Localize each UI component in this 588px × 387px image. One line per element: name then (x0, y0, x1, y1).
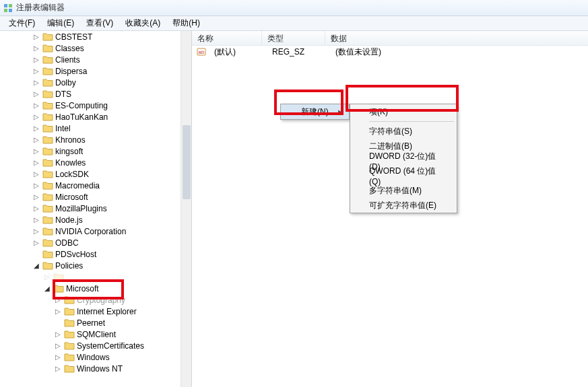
expand-icon[interactable]: ▷ (32, 56, 40, 63)
folder-icon (42, 238, 53, 248)
tree-node[interactable]: ▷ES-Computing (0, 100, 186, 111)
value-name: (默认) (209, 46, 267, 58)
expand-icon[interactable]: ▷ (32, 205, 40, 212)
tree-node[interactable]: ▷kingsoft (0, 145, 186, 157)
menu-file[interactable]: 文件(F) (3, 16, 41, 30)
tree-node[interactable]: Peernet (0, 317, 186, 328)
submenu-item-string[interactable]: 字符串值(S) (350, 124, 457, 139)
tree-node[interactable]: ▷Dolby (0, 77, 186, 88)
tree-node[interactable]: ▷HaoTuKanKan (0, 111, 186, 122)
tree-node[interactable]: ▷CBSTEST (0, 31, 186, 42)
expand-icon[interactable]: ▷ (32, 182, 40, 189)
tree-node[interactable]: ▷Dispersa (0, 65, 186, 77)
tree-node[interactable]: ▷ (0, 271, 186, 283)
tree-node[interactable]: ▷DTS (0, 88, 186, 100)
expand-icon[interactable]: ▷ (32, 90, 40, 98)
expand-icon[interactable]: ▷ (32, 159, 40, 166)
expand-icon[interactable]: ▷ (32, 102, 40, 109)
expand-icon[interactable]: ▷ (43, 273, 51, 281)
expand-icon[interactable]: ▷ (32, 33, 40, 40)
tree-node[interactable]: ▷ODBC (0, 237, 186, 248)
folder-icon (42, 32, 53, 42)
expand-icon[interactable]: ▷ (32, 67, 40, 75)
expand-icon[interactable]: ▷ (54, 296, 62, 304)
submenu-separator (369, 121, 454, 122)
tree-node[interactable]: ▷LockSDK (0, 168, 186, 180)
folder-icon (42, 67, 53, 76)
menu-view[interactable]: 查看(V) (80, 16, 119, 30)
expand-icon[interactable]: ▷ (54, 308, 62, 315)
tree-node[interactable]: ▷Windows NT (0, 363, 186, 374)
tree-node[interactable]: ▷Knowles (0, 157, 186, 168)
submenu-item-qword[interactable]: QWORD (64 位)值(Q) (350, 168, 457, 183)
value-row-default[interactable]: ab (默认) REG_SZ (数值未设置) (192, 46, 588, 58)
folder-icon (42, 158, 53, 168)
expand-icon[interactable]: ▷ (32, 227, 40, 235)
col-data[interactable]: 数据 (325, 31, 588, 45)
tree-node[interactable]: ◢Policies (0, 260, 186, 271)
tree-node[interactable]: ▷Intel (0, 122, 186, 134)
submenu-item-multistring[interactable]: 多字符串值(M) (350, 183, 457, 198)
collapse-icon[interactable]: ◢ (43, 285, 51, 292)
menu-favorites[interactable]: 收藏夹(A) (119, 16, 166, 30)
values-pane: 名称 类型 数据 ab (默认) REG_SZ (数值未设置) 新建(N) ▶ … (192, 31, 588, 387)
expand-icon[interactable]: ▷ (54, 353, 62, 361)
tree-node[interactable]: ▷Khronos (0, 134, 186, 145)
tree-node-label: Intel (55, 124, 71, 133)
submenu-item-key[interactable]: 项(K) (350, 104, 457, 119)
tree-node[interactable]: ▷Node.js (0, 214, 186, 225)
expand-icon[interactable]: ▷ (32, 170, 40, 178)
menu-edit[interactable]: 编辑(E) (41, 16, 80, 30)
folder-icon (64, 341, 75, 351)
tree-node[interactable]: ▷MozillaPlugins (0, 203, 186, 214)
folder-icon (42, 147, 53, 156)
tree-node[interactable]: ▷SystemCertificates (0, 340, 186, 351)
expand-icon[interactable]: ▷ (32, 239, 40, 246)
tree-node[interactable]: ▷Microsoft (0, 191, 186, 203)
tree-node[interactable]: ▷Clients (0, 54, 186, 65)
expand-icon[interactable]: ▷ (54, 330, 62, 338)
tree-node[interactable]: ◢Microsoft (0, 283, 186, 294)
registry-tree[interactable]: ▷CBSTEST▷Classes▷Clients▷Dispersa▷Dolby▷… (0, 31, 186, 387)
scrollbar-thumb[interactable] (183, 125, 191, 199)
context-item-new[interactable]: 新建(N) ▶ (281, 104, 349, 119)
col-name[interactable]: 名称 (192, 31, 262, 45)
svg-rect-1 (9, 4, 12, 7)
folder-icon (42, 101, 53, 110)
tree-node[interactable]: ▷NVIDIA Corporation (0, 225, 186, 237)
tree-node[interactable]: ▷Cryptography (0, 294, 186, 306)
tree-node-label: Peernet (77, 318, 105, 328)
expand-icon[interactable]: ▷ (32, 193, 40, 201)
tree-pane: ▷CBSTEST▷Classes▷Clients▷Dispersa▷Dolby▷… (0, 31, 192, 387)
expand-icon[interactable]: ▷ (32, 113, 40, 120)
expand-icon[interactable]: ▷ (32, 136, 40, 143)
expand-icon[interactable]: ▷ (32, 79, 40, 86)
svg-text:ab: ab (199, 49, 205, 55)
tree-node-label: Policies (55, 261, 83, 271)
collapse-icon[interactable]: ◢ (32, 262, 40, 269)
expand-icon[interactable]: ▷ (54, 342, 62, 349)
col-type[interactable]: 类型 (262, 31, 325, 45)
expand-icon[interactable]: ▷ (32, 44, 40, 52)
menu-bar: 文件(F) 编辑(E) 查看(V) 收藏夹(A) 帮助(H) (0, 16, 588, 31)
tree-node-label: CBSTEST (55, 32, 92, 42)
tree-node[interactable]: ▷Macromedia (0, 180, 186, 191)
expand-icon[interactable]: ▷ (32, 125, 40, 132)
tree-scrollbar[interactable] (181, 31, 191, 387)
tree-node[interactable]: ▷Internet Explorer (0, 306, 186, 317)
context-item-new-label: 新建(N) (301, 106, 329, 118)
value-data: (数值未设置) (330, 46, 387, 58)
menu-help[interactable]: 帮助(H) (166, 16, 206, 30)
expand-icon[interactable]: ▷ (54, 365, 62, 372)
tree-node[interactable]: PDSvcHost (0, 248, 186, 260)
tree-node-label: Khronos (55, 135, 86, 145)
svg-rect-0 (4, 4, 7, 7)
tree-node[interactable]: ▷Classes (0, 42, 186, 54)
expand-icon[interactable]: ▷ (32, 216, 40, 223)
tree-node[interactable]: ▷SQMClient (0, 328, 186, 340)
tree-node-label: NVIDIA Corporation (55, 227, 126, 236)
folder-icon (42, 192, 53, 202)
expand-icon[interactable]: ▷ (32, 147, 40, 155)
tree-node[interactable]: ▷Windows (0, 351, 186, 363)
submenu-item-expandstring[interactable]: 可扩充字符串值(E) (350, 198, 457, 213)
